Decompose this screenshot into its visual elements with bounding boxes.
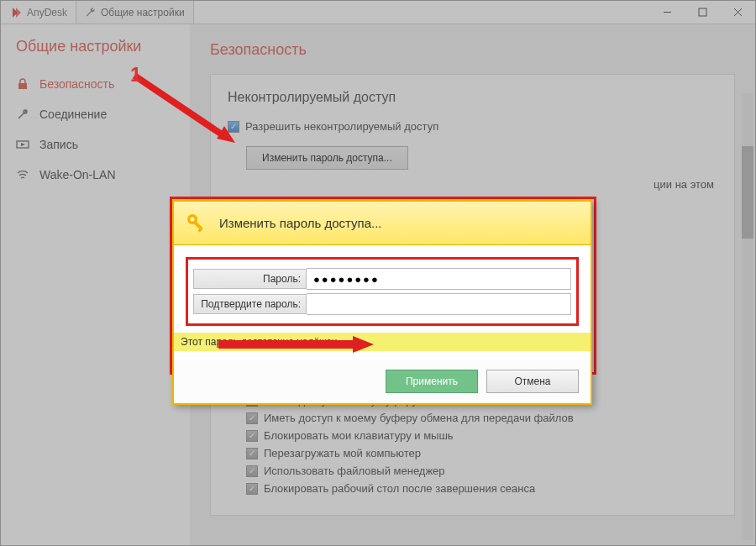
annotation-1: 1 bbox=[130, 63, 141, 87]
cancel-button[interactable]: Отмена bbox=[486, 370, 579, 393]
maximize-icon bbox=[698, 8, 707, 17]
checkbox-label: Разрешить неконтролируемый доступ bbox=[245, 120, 438, 133]
confirm-password-input[interactable] bbox=[307, 293, 571, 315]
app-name-label: AnyDesk bbox=[27, 7, 67, 18]
maximize-button[interactable] bbox=[685, 1, 720, 24]
perm-row[interactable]: ✓Иметь доступ к моему буферу обмена для … bbox=[246, 412, 717, 424]
close-icon bbox=[733, 8, 743, 17]
checkbox-label: Блокировать мои клавиатуру и мышь bbox=[264, 429, 454, 442]
svg-point-15 bbox=[191, 217, 195, 221]
sidebar-item-label: Запись bbox=[39, 138, 78, 151]
partial-text: ции на этом bbox=[246, 178, 717, 191]
sidebar-item-label: Соединение bbox=[39, 108, 107, 121]
svg-line-10 bbox=[134, 76, 227, 138]
checkbox-label: Блокировать рабочий стол после завершени… bbox=[264, 482, 535, 495]
svg-marker-9 bbox=[21, 143, 25, 146]
checkbox-icon: ✓ bbox=[246, 430, 258, 442]
page-title: Безопасность bbox=[210, 41, 735, 59]
key-icon bbox=[184, 211, 209, 236]
lock-icon bbox=[16, 77, 29, 91]
app-tab[interactable]: AnyDesk bbox=[1, 1, 76, 24]
arrow-3-icon bbox=[210, 332, 378, 357]
sidebar-item-label: Wake-On-LAN bbox=[39, 168, 116, 181]
scrollbar-track[interactable] bbox=[742, 93, 753, 540]
perm-row[interactable]: ✓Блокировать мои клавиатуру и мышь bbox=[246, 429, 717, 442]
password-input[interactable] bbox=[307, 268, 571, 290]
checkbox-icon: ✓ bbox=[246, 412, 258, 424]
settings-tab[interactable]: Общие настройки bbox=[76, 1, 194, 24]
checkbox-label: Использовать файловый менеджер bbox=[264, 465, 445, 477]
dialog-title: Изменить пароль доступа... bbox=[219, 216, 381, 230]
svg-rect-3 bbox=[699, 8, 706, 16]
svg-marker-13 bbox=[353, 336, 374, 353]
svg-rect-6 bbox=[18, 83, 27, 89]
sidebar-item-label: Безопасность bbox=[39, 77, 114, 91]
wrench-icon bbox=[85, 7, 97, 18]
arrow-1-icon bbox=[109, 59, 244, 151]
checkbox-icon: ✓ bbox=[246, 483, 258, 495]
wifi-icon bbox=[16, 168, 29, 181]
checkbox-icon: ✓ bbox=[246, 448, 258, 459]
record-icon bbox=[16, 138, 29, 151]
change-password-button[interactable]: Изменить пароль доступа... bbox=[246, 146, 408, 170]
checkbox-label: Перезагружать мой компьютер bbox=[264, 447, 421, 459]
password-dialog: Изменить пароль доступа... Пароль: Подтв… bbox=[172, 200, 592, 405]
checkbox-icon: ✓ bbox=[246, 465, 258, 477]
password-label: Пароль: bbox=[193, 269, 307, 289]
checkbox-label: Иметь доступ к моему буферу обмена для п… bbox=[264, 412, 574, 424]
svg-marker-1 bbox=[16, 8, 21, 18]
perm-row[interactable]: ✓Блокировать рабочий стол после завершен… bbox=[246, 482, 717, 495]
anydesk-logo-icon bbox=[9, 6, 23, 19]
apply-button[interactable]: Применить bbox=[386, 370, 478, 393]
plug-icon bbox=[16, 108, 29, 121]
perm-row[interactable]: ✓Перезагружать мой компьютер bbox=[246, 447, 717, 459]
allow-unattended-row[interactable]: ✓ Разрешить неконтролируемый доступ bbox=[228, 120, 717, 133]
titlebar: AnyDesk Общие настройки bbox=[1, 1, 755, 24]
svg-marker-11 bbox=[217, 126, 235, 143]
sidebar-item-wol[interactable]: Wake-On-LAN bbox=[1, 160, 190, 190]
form-highlight: Пароль: Подтвердите пароль: bbox=[186, 257, 579, 326]
section-heading: Неконтролируемый доступ bbox=[228, 90, 717, 105]
confirm-label: Подтвердите пароль: bbox=[193, 294, 307, 314]
scrollbar-thumb[interactable] bbox=[742, 146, 753, 239]
minimize-button[interactable] bbox=[649, 1, 685, 24]
dialog-header: Изменить пароль доступа... bbox=[174, 202, 591, 245]
close-button[interactable] bbox=[720, 1, 755, 24]
minimize-icon bbox=[663, 8, 672, 17]
perm-row[interactable]: ✓Использовать файловый менеджер bbox=[246, 465, 717, 477]
settings-tab-label: Общие настройки bbox=[101, 7, 185, 18]
